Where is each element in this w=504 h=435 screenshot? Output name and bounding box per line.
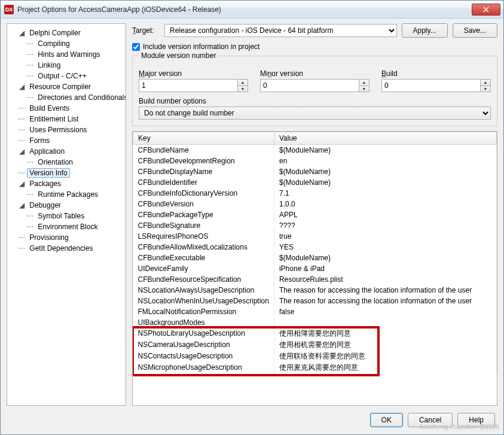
table-row[interactable]: FMLocalNotificationPermissionfalse: [133, 306, 497, 317]
grid-cell-key[interactable]: CFBundleDevelopmentRegion: [133, 156, 274, 166]
tree-expand-icon[interactable]: ◢: [18, 81, 25, 92]
table-row[interactable]: NSPhotoLibraryUsageDescription使用相簿需要您的同意: [133, 328, 497, 339]
grid-cell-key[interactable]: UIBackgroundModes: [133, 317, 274, 328]
table-row[interactable]: NSMicrophoneUsageDescription使用麦克风需要您的同意: [133, 362, 497, 373]
tree-item[interactable]: Provisioning: [27, 233, 71, 242]
spin-up-icon[interactable]: ▲: [238, 79, 248, 86]
tree-item[interactable]: Runtime Packages: [35, 190, 100, 199]
table-row[interactable]: CFBundleResourceSpecificationResourceRul…: [133, 274, 497, 285]
grid-cell-key[interactable]: CFBundleVersion: [133, 199, 274, 209]
save-button[interactable]: Save...: [453, 23, 497, 38]
tree-item[interactable]: Forms: [27, 136, 52, 145]
grid-cell-value[interactable]: $(ModuleName): [274, 177, 496, 188]
grid-cell-value[interactable]: APPL: [274, 209, 496, 220]
ok-button[interactable]: OK: [370, 413, 403, 427]
grid-cell-key[interactable]: NSContactsUsageDescription: [133, 351, 274, 362]
table-row[interactable]: CFBundleAllowMixedLocalizationsYES: [133, 242, 497, 253]
tree-item[interactable]: Linking: [35, 60, 63, 70]
build-input[interactable]: [381, 79, 481, 92]
table-row[interactable]: NSCameraUsageDescription使用相机需要您的同意: [133, 339, 497, 351]
grid-cell-key[interactable]: CFBundleDisplayName: [133, 166, 274, 177]
table-row[interactable]: CFBundleDevelopmentRegionen: [133, 156, 497, 166]
major-version-stepper[interactable]: ▲▼: [139, 79, 248, 92]
grid-cell-value[interactable]: $(ModuleName): [274, 166, 496, 177]
build-stepper[interactable]: ▲▼: [381, 79, 491, 92]
tree-item[interactable]: Delphi Compiler: [27, 28, 83, 38]
table-row[interactable]: CFBundlePackageTypeAPPL: [133, 209, 497, 220]
grid-cell-key[interactable]: NSMicrophoneUsageDescription: [133, 362, 274, 373]
grid-cell-value[interactable]: true: [274, 231, 496, 242]
table-row[interactable]: NSLocationWhenInUseUsageDescriptionThe r…: [133, 296, 497, 306]
table-row[interactable]: CFBundleDisplayName$(ModuleName): [133, 166, 497, 177]
grid-cell-value[interactable]: The reason for accessing the location in…: [274, 285, 496, 296]
table-row[interactable]: CFBundleInfoDictionaryVersion7.1: [133, 188, 497, 199]
grid-cell-key[interactable]: CFBundleExecutable: [133, 253, 274, 263]
grid-cell-value[interactable]: 使用麦克风需要您的同意: [274, 362, 496, 373]
grid-cell-value[interactable]: ????: [274, 220, 496, 231]
help-button[interactable]: Help: [457, 413, 495, 427]
tree-item[interactable]: GetIt Dependencies: [27, 244, 95, 253]
table-row[interactable]: CFBundleVersion1.0.0: [133, 199, 497, 209]
table-row[interactable]: NSLocationAlwaysUsageDescriptionThe reas…: [133, 285, 497, 296]
tree-item[interactable]: Environment Block: [35, 222, 100, 232]
grid-cell-key[interactable]: CFBundlePackageType: [133, 209, 274, 220]
grid-cell-value[interactable]: YES: [274, 242, 496, 253]
tree-item[interactable]: Orientation: [35, 157, 75, 167]
tree-item[interactable]: Hints and Warnings: [35, 50, 102, 59]
grid-cell-value[interactable]: 1.0.0: [274, 199, 496, 209]
tree-item[interactable]: Entitlement List: [27, 114, 81, 124]
grid-cell-value[interactable]: iPhone & iPad: [274, 263, 496, 274]
build-number-options-select[interactable]: Do not change build number: [139, 107, 491, 120]
tree-item[interactable]: Packages: [27, 179, 63, 188]
grid-cell-key[interactable]: CFBundleIdentifier: [133, 177, 274, 188]
tree-item[interactable]: Debugger: [27, 200, 63, 210]
grid-cell-value[interactable]: [274, 317, 496, 328]
tree-item[interactable]: Version Info: [27, 168, 69, 178]
grid-cell-key[interactable]: FMLocalNotificationPermission: [133, 306, 274, 317]
spin-down-icon[interactable]: ▼: [359, 86, 369, 93]
tree-expand-icon[interactable]: ◢: [18, 200, 25, 211]
grid-cell-key[interactable]: NSLocationWhenInUseUsageDescription: [133, 296, 274, 306]
target-select[interactable]: Release configuration - iOS Device - 64 …: [164, 24, 397, 37]
tree-item[interactable]: Compiling: [35, 39, 72, 48]
cancel-button[interactable]: Cancel: [408, 413, 453, 427]
apply-button[interactable]: Apply...: [402, 23, 448, 38]
tree-item[interactable]: Uses Permissions: [27, 125, 89, 135]
table-row[interactable]: UIBackgroundModes: [133, 317, 497, 328]
tree-expand-icon[interactable]: ◢: [18, 178, 25, 189]
grid-cell-key[interactable]: NSPhotoLibraryUsageDescription: [133, 328, 274, 339]
tree-item[interactable]: Resource Compiler: [27, 82, 93, 92]
grid-cell-key[interactable]: CFBundleAllowMixedLocalizations: [133, 242, 274, 253]
grid-cell-value[interactable]: false: [274, 306, 496, 317]
grid-header-key[interactable]: Key: [133, 132, 274, 145]
spin-up-icon[interactable]: ▲: [359, 79, 369, 86]
grid-cell-key[interactable]: UIDeviceFamily: [133, 263, 274, 274]
grid-cell-key[interactable]: CFBundleResourceSpecification: [133, 274, 274, 285]
grid-cell-value[interactable]: $(ModuleName): [274, 145, 496, 156]
minor-version-stepper[interactable]: ▲▼: [260, 79, 369, 92]
table-row[interactable]: CFBundleExecutable$(ModuleName): [133, 253, 497, 263]
table-row[interactable]: UIDeviceFamilyiPhone & iPad: [133, 263, 497, 274]
tree-expand-icon[interactable]: ◢: [18, 146, 25, 157]
table-row[interactable]: LSRequiresIPhoneOStrue: [133, 231, 497, 242]
options-tree[interactable]: ◢ Delphi Compiler⋯ Compiling⋯ Hints and …: [7, 23, 126, 406]
spin-down-icon[interactable]: ▼: [238, 86, 248, 93]
grid-cell-key[interactable]: CFBundleName: [133, 145, 274, 156]
grid-cell-value[interactable]: The reason for accessing the location in…: [274, 296, 496, 306]
grid-cell-value[interactable]: $(ModuleName): [274, 253, 496, 263]
grid-cell-key[interactable]: CFBundleInfoDictionaryVersion: [133, 188, 274, 199]
grid-header-value[interactable]: Value: [274, 132, 496, 145]
grid-cell-value[interactable]: ResourceRules.plist: [274, 274, 496, 285]
grid-cell-key[interactable]: NSLocationAlwaysUsageDescription: [133, 285, 274, 296]
grid-cell-key[interactable]: CFBundleSignature: [133, 220, 274, 231]
table-row[interactable]: CFBundleSignature????: [133, 220, 497, 231]
version-info-grid[interactable]: Key Value CFBundleName$(ModuleName)CFBun…: [132, 131, 497, 406]
tree-expand-icon[interactable]: ◢: [18, 28, 25, 38]
spin-down-icon[interactable]: ▼: [481, 86, 491, 93]
close-button[interactable]: [472, 4, 500, 16]
grid-cell-value[interactable]: 使用相机需要您的同意: [274, 339, 496, 351]
grid-cell-value[interactable]: 使用相簿需要您的同意: [274, 328, 496, 339]
table-row[interactable]: NSContactsUsageDescription使用联络资料需要您的同意: [133, 351, 497, 362]
table-row[interactable]: CFBundleIdentifier$(ModuleName): [133, 177, 497, 188]
tree-item[interactable]: Output - C/C++: [35, 71, 88, 81]
